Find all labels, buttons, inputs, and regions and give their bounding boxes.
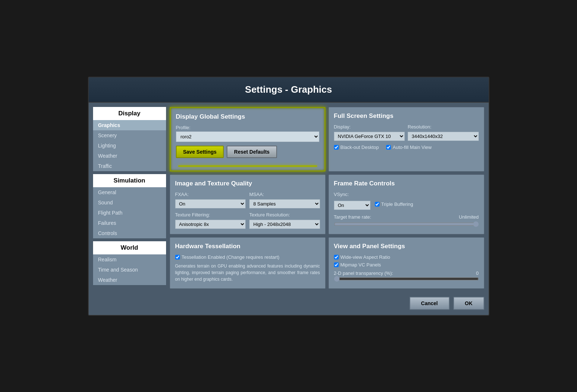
texture-filter-label: Texture Filtering: — [175, 212, 246, 218]
panel-image-texture: Image and Texture Quality FXAA: On Off M… — [170, 174, 326, 234]
frame-rate-slider[interactable] — [334, 221, 479, 227]
ok-button[interactable]: OK — [453, 297, 484, 310]
save-settings-button[interactable]: Save Settings — [176, 146, 224, 158]
blackout-checkbox-label[interactable]: Black-out Desktop — [334, 145, 379, 150]
wide-view-text: Wide-view Aspect Ratio — [341, 254, 391, 260]
target-label: Target frame rate: — [334, 214, 372, 220]
footer: Cancel OK — [89, 293, 489, 315]
wide-view-checkbox[interactable] — [334, 255, 339, 260]
texture-filter-group: Texture Filtering: Bilinear Trilinear An… — [175, 212, 246, 229]
resolution-select[interactable]: 3440x1440x32 — [408, 132, 479, 141]
sidebar-item-scenery[interactable]: Scenery — [93, 130, 166, 141]
title-bar: Settings - Graphics — [89, 77, 489, 103]
sidebar-item-sound[interactable]: Sound — [93, 197, 166, 208]
sidebar-item-traffic[interactable]: Traffic — [93, 161, 166, 171]
transparency-label-row: 2-D panel transparency (%): 0 — [334, 270, 479, 276]
buttons-row: Save Settings Reset Defaults — [176, 146, 319, 158]
sidebar-item-graphics[interactable]: Graphics — [93, 120, 166, 130]
sidebar-item-lighting[interactable]: Lighting — [93, 141, 166, 151]
resolution-label: Resolution: — [408, 124, 479, 130]
tessellation-checkbox-label[interactable]: Tessellation Enabled (Change requires re… — [175, 254, 320, 260]
panel-view-settings: View and Panel Settings Wide-view Aspect… — [328, 237, 484, 289]
display-label: Display: — [334, 124, 405, 130]
sidebar-item-controls[interactable]: Controls — [93, 228, 166, 238]
mipmap-checkbox[interactable] — [334, 262, 339, 267]
sidebar-section-world: World Realism Time and Season Weather — [93, 241, 166, 285]
triple-buffering-label[interactable]: Triple Buffering — [375, 201, 413, 207]
sidebar-item-general[interactable]: General — [93, 187, 166, 197]
wide-view-label[interactable]: Wide-view Aspect Ratio — [334, 254, 479, 260]
settings-window: Settings - Graphics Display Graphics Sce… — [88, 77, 489, 316]
quality-grid: FXAA: On Off MSAA: Off 2 Samples 4 Sampl… — [175, 192, 320, 229]
view-panel-title: View and Panel Settings — [334, 243, 479, 250]
full-screen-title: Full Screen Settings — [334, 112, 479, 120]
mipmap-label[interactable]: Mipmap VC Panels — [334, 262, 479, 268]
profile-row: roro2 — [176, 131, 319, 142]
panel-full-screen: Full Screen Settings Display: NVIDIA GeF… — [328, 107, 484, 172]
sidebar-item-flight-path[interactable]: Flight Path — [93, 208, 166, 218]
sidebar-item-weather-display[interactable]: Weather — [93, 151, 166, 161]
profile-label: Profile: — [176, 125, 319, 130]
window-title: Settings - Graphics — [95, 84, 482, 95]
panel-display-global: Display Global Settings Profile: roro2 S… — [170, 107, 326, 172]
sidebar-world-header: World — [93, 241, 166, 254]
panel-frame-rate: Frame Rate Controls VSync: On Off Triple… — [328, 174, 484, 234]
transparency-section: 2-D panel transparency (%): 0 — [334, 270, 479, 283]
texture-res-label: Texture Resolution: — [249, 212, 320, 218]
cancel-button[interactable]: Cancel — [409, 297, 450, 310]
sidebar-section-display: Display Graphics Scenery Lighting Weathe… — [93, 107, 166, 171]
content-area: Display Graphics Scenery Lighting Weathe… — [89, 103, 489, 293]
tessellation-checkbox[interactable] — [175, 255, 180, 260]
sidebar-item-time-season[interactable]: Time and Season — [93, 265, 166, 275]
vsync-select[interactable]: On Off — [334, 201, 370, 210]
full-screen-checkboxes: Black-out Desktop Auto-fill Main View — [334, 145, 479, 152]
sidebar-item-realism[interactable]: Realism — [93, 254, 166, 265]
mipmap-text: Mipmap VC Panels — [341, 262, 381, 268]
transparency-label: 2-D panel transparency (%): — [334, 270, 393, 276]
reset-defaults-button[interactable]: Reset Defaults — [227, 146, 277, 158]
fxaa-select[interactable]: On Off — [175, 199, 246, 208]
main-content: Display Global Settings Profile: roro2 S… — [170, 107, 484, 289]
vsync-controls: On Off Triple Buffering — [334, 201, 479, 210]
sidebar-display-header: Display — [93, 107, 166, 120]
sidebar-simulation-header: Simulation — [93, 174, 166, 187]
fxaa-label: FXAA: — [175, 192, 246, 197]
tessellation-enabled-label: Tessellation Enabled (Change requires re… — [182, 254, 280, 260]
texture-filter-select[interactable]: Bilinear Trilinear Anisotropic 4x Anisot… — [175, 220, 246, 229]
msaa-label: MSAA: — [249, 192, 320, 197]
triple-buffering-checkbox[interactable] — [375, 202, 380, 207]
target-value: Unlimited — [459, 214, 478, 220]
vsync-row: VSync: — [334, 192, 479, 197]
triple-buffering-text: Triple Buffering — [381, 201, 413, 207]
blackout-label: Black-out Desktop — [341, 145, 379, 150]
frame-rate-title: Frame Rate Controls — [334, 180, 479, 187]
full-screen-selects: Display: NVIDIA GeForce GTX 10 Resolutio… — [334, 124, 479, 141]
target-label-row: Target frame rate: Unlimited — [334, 214, 479, 220]
display-global-title: Display Global Settings — [176, 113, 319, 120]
display-select[interactable]: NVIDIA GeForce GTX 10 — [334, 132, 405, 141]
sidebar-item-weather-world[interactable]: Weather — [93, 275, 166, 285]
msaa-group: MSAA: Off 2 Samples 4 Samples 8 Samples — [249, 192, 320, 208]
fxaa-group: FXAA: On Off — [175, 192, 246, 208]
autofill-checkbox[interactable] — [386, 145, 391, 150]
sidebar-item-failures[interactable]: Failures — [93, 218, 166, 228]
transparency-slider[interactable] — [334, 276, 479, 282]
texture-res-group: Texture Resolution: Low - 512x512 Medium… — [249, 212, 320, 229]
blackout-checkbox[interactable] — [334, 145, 339, 150]
msaa-select[interactable]: Off 2 Samples 4 Samples 8 Samples — [249, 199, 320, 208]
resolution-group: Resolution: 3440x1440x32 — [408, 124, 479, 141]
tessellation-title: Hardware Tessellation — [175, 243, 320, 250]
panel-hardware-tessellation: Hardware Tessellation Tessellation Enabl… — [170, 237, 326, 289]
image-texture-title: Image and Texture Quality — [175, 180, 320, 187]
profile-select[interactable]: roro2 — [176, 131, 319, 142]
vsync-label: VSync: — [334, 192, 349, 197]
transparency-value: 0 — [476, 270, 478, 276]
display-group: Display: NVIDIA GeForce GTX 10 — [334, 124, 405, 141]
texture-res-select[interactable]: Low - 512x512 Medium - 1024x1024 High - … — [249, 220, 320, 229]
tessellation-description: Generates terrain on GPU enabling advanc… — [175, 263, 320, 283]
sidebar: Display Graphics Scenery Lighting Weathe… — [93, 107, 166, 289]
autofill-checkbox-label[interactable]: Auto-fill Main View — [386, 145, 432, 150]
autofill-label: Auto-fill Main View — [393, 145, 432, 150]
target-frame-rate-row: Target frame rate: Unlimited — [334, 214, 479, 227]
sidebar-section-simulation: Simulation General Sound Flight Path Fai… — [93, 174, 166, 238]
